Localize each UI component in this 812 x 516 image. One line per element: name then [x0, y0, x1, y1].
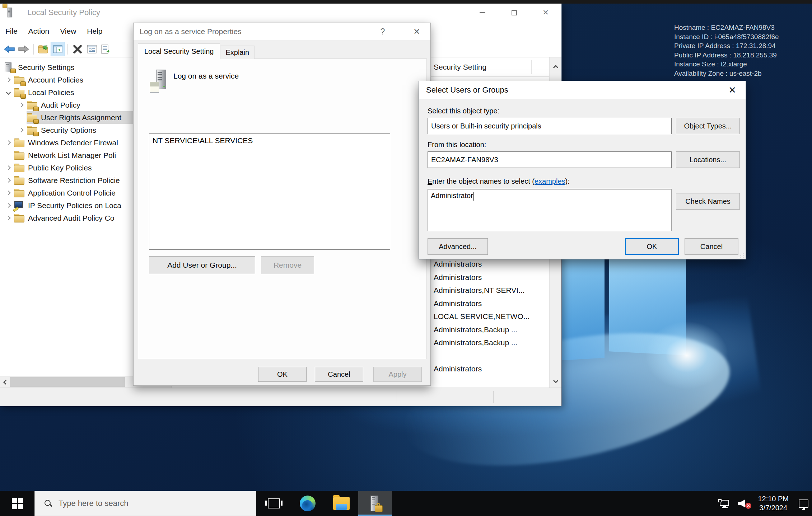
minimize-button[interactable] — [467, 4, 498, 22]
apply-button[interactable]: Apply — [373, 367, 422, 382]
result-row[interactable]: Administrators — [434, 362, 547, 376]
result-row[interactable]: LOCAL SERVICE,NETWO... — [434, 310, 547, 323]
close-icon: ✕ — [542, 8, 549, 17]
result-row[interactable] — [434, 350, 547, 363]
delete-button[interactable] — [70, 42, 85, 56]
help-button[interactable]: ? — [372, 23, 393, 40]
ok-button[interactable]: OK — [258, 367, 307, 382]
lock-badge-icon — [33, 107, 39, 111]
ok-button[interactable]: OK — [625, 238, 679, 255]
minimize-icon — [480, 12, 485, 13]
expand-collapse-icon[interactable] — [3, 87, 14, 98]
tree-item-icon — [4, 62, 15, 72]
horizontal-scrollbar-thumb[interactable] — [10, 377, 125, 387]
access-key: E — [428, 177, 432, 185]
locations-button[interactable]: Advanced...Locations... — [676, 151, 740, 168]
result-row[interactable]: Administrators — [434, 271, 547, 284]
scroll-left-arrow-icon[interactable] — [0, 376, 10, 388]
advanced-button[interactable]: Advanced... — [428, 238, 488, 255]
ec2-instance-info: Hostname : EC2AMAZ-FAN98V3Instance ID : … — [674, 23, 779, 78]
expand-collapse-icon[interactable] — [3, 213, 14, 224]
menu-item[interactable]: View — [55, 27, 81, 36]
scroll-up-arrow-icon[interactable] — [550, 57, 561, 76]
expand-collapse-icon[interactable] — [3, 200, 14, 211]
object-names-input[interactable]: Administrator — [428, 189, 672, 231]
network-icon[interactable] — [718, 499, 730, 508]
tab-explain[interactable]: Explain — [220, 46, 255, 59]
object-types-button[interactable]: Object Types... — [676, 118, 740, 134]
toolbar-separator — [33, 44, 34, 55]
expand-collapse-icon[interactable] — [3, 75, 14, 85]
taskbar: Type here to search ✕ 12:10 PM 3/7/2024 — [0, 491, 812, 516]
remove-button[interactable]: Remove — [261, 256, 314, 274]
volume-muted-icon[interactable]: ✕ — [738, 499, 750, 508]
expand-collapse-icon[interactable] — [3, 188, 14, 198]
show-console-tree-button[interactable] — [51, 42, 65, 56]
result-row[interactable]: Administrators — [434, 297, 547, 310]
examples-link[interactable]: examples — [535, 177, 565, 185]
column-divider[interactable] — [531, 60, 532, 74]
mute-badge-icon: ✕ — [745, 503, 751, 509]
dialog-titlebar[interactable]: Select Users or Groups — [419, 81, 746, 99]
properties-button[interactable] — [85, 42, 99, 56]
forward-button[interactable] — [17, 42, 31, 56]
up-one-level-button[interactable] — [36, 42, 51, 56]
menu-item[interactable]: File — [0, 27, 23, 36]
check-names-button[interactable]: Check Names — [676, 193, 740, 210]
security-setting-values: AdministratorsAdministratorsAdministrato… — [434, 258, 547, 376]
task-view-button[interactable] — [257, 491, 291, 516]
expand-collapse-icon[interactable] — [16, 125, 27, 136]
edge-button[interactable] — [291, 491, 325, 516]
expand-collapse-icon[interactable] — [16, 100, 27, 111]
resize-grip[interactable] — [739, 253, 744, 258]
expand-collapse-icon[interactable] — [3, 175, 14, 186]
expand-collapse-icon[interactable] — [3, 163, 14, 173]
taskbar-app-icons — [257, 491, 392, 516]
dialog-close-button[interactable]: ✕ — [721, 81, 743, 99]
search-icon — [44, 499, 52, 507]
result-row[interactable]: Administrators,Backup ... — [434, 336, 547, 350]
ec2-info-line: Public IP Address : 18.218.255.39 — [674, 51, 779, 60]
wallpaper-glow — [627, 307, 746, 404]
assigned-accounts-listbox[interactable]: NT SERVICE\ALL SERVICES — [149, 133, 390, 250]
start-button[interactable] — [0, 491, 34, 516]
taskbar-search-box[interactable]: Type here to search — [34, 491, 256, 516]
expand-collapse-icon[interactable] — [3, 137, 14, 148]
object-names-label: Enter the object names to select (exampl… — [428, 177, 570, 186]
add-user-or-group-button[interactable]: Add User or Group... — [149, 256, 255, 274]
tree-item-label: Account Policies — [28, 76, 83, 84]
assigned-account-item[interactable]: NT SERVICE\ALL SERVICES — [153, 136, 253, 145]
window-titlebar[interactable]: Local Security Policy ✕ — [0, 4, 561, 22]
maximize-button[interactable] — [498, 4, 530, 22]
action-center-icon[interactable] — [799, 499, 808, 508]
dialog-close-button[interactable]: ✕ — [406, 23, 428, 40]
menu-item[interactable]: Help — [81, 27, 108, 36]
clock-time: 12:10 PM — [758, 494, 789, 503]
clock-date: 3/7/2024 — [758, 503, 789, 512]
from-location-field[interactable]: EC2AMAZ-FAN98V3 — [428, 151, 672, 168]
result-row[interactable]: Administrators — [434, 258, 547, 271]
tree-item-label: Security Settings — [18, 63, 75, 72]
back-button[interactable] — [2, 42, 17, 56]
property-tabs: Local Security Setting Explain — [138, 43, 255, 59]
tab-local-security-setting[interactable]: Local Security Setting — [138, 43, 220, 59]
security-setting-column-header[interactable]: Security Setting — [434, 57, 486, 77]
cancel-button[interactable]: Cancel — [685, 238, 738, 255]
export-list-button[interactable] — [99, 42, 113, 56]
taskbar-clock[interactable]: 12:10 PM 3/7/2024 — [758, 494, 789, 512]
ec2-info-line: Private IP Address : 172.31.28.94 — [674, 41, 779, 51]
local-security-policy-taskbar-button[interactable] — [358, 491, 392, 516]
result-row[interactable]: Administrators,NT SERVI... — [434, 284, 547, 297]
file-explorer-button[interactable] — [325, 491, 358, 516]
object-type-field[interactable]: Users or Built-in security principals — [428, 118, 672, 134]
scroll-down-arrow-icon[interactable] — [550, 375, 561, 388]
menu-item[interactable]: Action — [23, 27, 55, 36]
result-row[interactable]: Administrators,Backup ... — [434, 323, 547, 337]
ec2-info-line: Instance Size : t2.xlarge — [674, 60, 779, 69]
close-button[interactable]: ✕ — [530, 4, 561, 22]
tree-item-label: IP Security Policies on Loca — [28, 201, 121, 210]
from-location-label: From this location: — [428, 141, 486, 149]
delete-x-icon — [73, 45, 82, 53]
top-screen-strip — [0, 0, 812, 4]
cancel-button[interactable]: Cancel — [315, 367, 363, 382]
